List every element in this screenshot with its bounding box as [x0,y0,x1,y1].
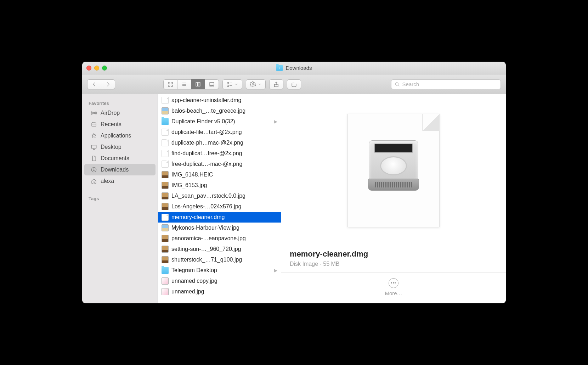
sidebar: Favorites AirDropRecentsApplicationsDesk… [82,94,158,303]
file-thumb-icon [162,192,169,200]
file-row[interactable]: Telegram Desktop▶ [158,265,281,276]
file-thumb-icon [162,161,169,168]
file-thumb-icon [162,235,169,242]
svg-rect-13 [213,85,214,86]
disk-image-icon [367,140,420,201]
file-row[interactable]: find-duplicat…free-@2x.png [158,148,281,159]
file-name-label: setting-sun-…_960_720.jpg [171,245,241,253]
titlebar: Downloads [82,62,506,74]
file-thumb-icon [162,246,169,253]
gear-icon [250,81,256,88]
file-name-label: Mykonos-Harbour-View.jpg [171,224,239,232]
sidebar-item-downloads[interactable]: Downloads [84,164,156,175]
file-thumb-icon [162,107,169,114]
folder-arrow-icon: ▶ [274,117,277,126]
file-row[interactable]: LA_sean_pav…rstock.0.0.jpg [158,191,281,201]
svg-point-18 [252,83,254,85]
forward-button[interactable] [101,79,115,89]
file-name-label: panoramica-…eanpavone.jpg [171,234,246,243]
file-row[interactable]: duplicate-ph…mac-@2x.png [158,137,281,148]
file-name-label: Duplicate Finder v5.0(32) [171,117,235,126]
file-row[interactable]: Duplicate Finder v5.0(32)▶ [158,116,281,127]
svg-rect-24 [92,123,96,126]
favorites-heading: Favorites [82,98,158,107]
share-icon [273,81,279,88]
documents-icon [90,155,98,162]
preview-metadata: memory-cleaner.dmg Disk Image - 55 MB [281,247,506,272]
file-name-label: duplicate-file…tart-@2x.png [171,128,242,136]
view-columns-button[interactable] [191,79,205,89]
file-row[interactable]: memory-cleaner.dmg [158,212,281,223]
minimize-window-button[interactable] [94,66,99,71]
tags-heading: Tags [82,193,158,203]
more-actions-button[interactable]: ••• [389,278,398,288]
sidebar-item-airdrop[interactable]: AirDrop [84,107,156,119]
sidebar-item-desktop[interactable]: Desktop [84,141,156,153]
group-by-button-group [222,79,242,89]
file-row[interactable]: IMG_6148.HEIC [158,169,281,180]
sidebar-item-alexa[interactable]: alexa [84,175,156,187]
close-window-button[interactable] [86,66,91,71]
file-name-label: free-duplicat…-mac-@x.png [171,160,242,168]
svg-rect-25 [92,122,95,123]
sidebar-item-documents[interactable]: Documents [84,153,156,164]
group-by-button[interactable] [222,79,242,89]
action-menu-button[interactable] [246,79,266,89]
file-name-label: unnamed copy.jpg [171,277,217,285]
airdrop-icon [90,109,98,117]
share-button[interactable] [269,79,283,89]
sidebar-item-applications[interactable]: Applications [84,130,156,141]
zoom-window-button[interactable] [102,66,107,71]
recents-icon [90,120,98,128]
sidebar-item-label: Desktop [101,144,121,150]
file-thumb-icon [162,182,169,189]
grid-icon [167,81,174,88]
file-name-label: unnamed.jpg [171,287,204,296]
file-list-column[interactable]: app-cleaner-uninstaller.dmgbalos-beach_…… [158,94,281,303]
file-row[interactable]: Los-Angeles-…024x576.jpg [158,201,281,212]
list-icon [181,81,187,88]
file-row[interactable]: unnamed.jpg [158,286,281,297]
file-row[interactable]: Mykonos-Harbour-View.jpg [158,223,281,233]
home-icon [90,177,98,185]
sidebar-item-label: AirDrop [101,110,120,116]
svg-rect-7 [196,82,197,86]
svg-line-22 [398,85,399,86]
file-name-label: memory-cleaner.dmg [171,213,225,221]
group-icon [226,81,233,88]
chevron-down-icon [258,81,262,88]
file-name-label: find-duplicat…free-@2x.png [171,149,242,158]
file-row[interactable]: panoramica-…eanpavone.jpg [158,233,281,244]
view-gallery-button[interactable] [205,79,219,89]
file-row[interactable]: balos-beach_…te_greece.jpg [158,106,281,116]
sidebar-item-recents[interactable]: Recents [84,119,156,130]
view-list-button[interactable] [177,79,191,89]
back-button[interactable] [87,79,101,89]
file-name-label: Los-Angeles-…024x576.jpg [171,202,241,211]
svg-rect-0 [168,82,170,84]
svg-rect-10 [210,82,214,85]
svg-rect-3 [171,85,173,86]
file-row[interactable]: IMG_6153.jpg [158,180,281,191]
file-name-label: IMG_6153.jpg [171,181,207,190]
view-mode-buttons [163,79,219,89]
downloads-icon [90,166,98,174]
window-title: Downloads [276,65,312,71]
search-field[interactable] [391,79,501,89]
file-row[interactable]: app-cleaner-uninstaller.dmg [158,95,281,106]
file-row[interactable]: duplicate-file…tart-@2x.png [158,127,281,137]
file-row[interactable]: setting-sun-…_960_720.jpg [158,244,281,254]
file-row[interactable]: free-duplicat…-mac-@x.png [158,159,281,169]
file-thumb-icon [162,256,169,263]
preview-actions: ••• More… [281,272,506,303]
chevron-left-icon [91,81,97,88]
file-thumb-icon [162,139,169,146]
file-row[interactable]: shutterstock_…71_q100.jpg [158,254,281,265]
tags-button[interactable] [287,79,301,89]
file-row[interactable]: unnamed copy.jpg [158,276,281,286]
search-input[interactable] [402,81,498,87]
sidebar-item-label: Recents [101,121,121,128]
view-icons-button[interactable] [163,79,177,89]
svg-rect-8 [198,82,199,86]
svg-rect-1 [171,82,173,84]
